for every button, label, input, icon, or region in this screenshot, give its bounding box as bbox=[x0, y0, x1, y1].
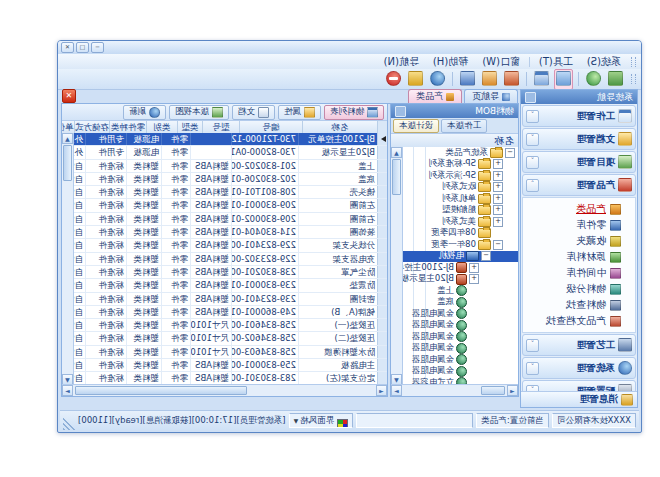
table-cell[interactable]: 塑料ABS bbox=[190, 226, 231, 238]
table-cell[interactable]: 标准件 bbox=[85, 279, 126, 291]
document-tab[interactable]: 导航页 bbox=[464, 89, 518, 103]
table-cell[interactable]: 塑料类 bbox=[126, 213, 161, 225]
table-cell[interactable]: 塑料类 bbox=[126, 332, 161, 344]
plus-expander-icon[interactable]: + bbox=[493, 205, 503, 215]
table-cell[interactable]: 塑料ABS bbox=[190, 239, 231, 251]
sidebar-item[interactable]: 收藏夹 bbox=[523, 233, 635, 249]
table-cell[interactable]: 标准件 bbox=[85, 332, 126, 344]
tree-node[interactable]: − 系统产品类 bbox=[402, 147, 518, 159]
table-cell[interactable]: 标准件 bbox=[85, 160, 126, 172]
table-cell[interactable]: 249-860001-011 bbox=[231, 306, 298, 318]
panel-menu-icon[interactable] bbox=[395, 106, 406, 117]
row-header-cell[interactable] bbox=[377, 239, 387, 251]
table-row[interactable]: 密封圈239-823401-001塑料ABS零件塑料类标准件自制条 bbox=[73, 293, 387, 306]
table-row[interactable]: 压胶垫(一)258-834601-001尺寸1010零件塑料类标准件自制条 bbox=[73, 319, 387, 332]
table-cell[interactable]: 塑料ABS bbox=[190, 199, 231, 211]
table-cell[interactable]: 外购 bbox=[73, 133, 85, 145]
table-cell[interactable]: 充电器支架 bbox=[298, 253, 377, 265]
table-cell[interactable]: 塑料类 bbox=[126, 226, 161, 238]
tree-node[interactable]: + SP-演示系列 bbox=[402, 170, 518, 182]
plus-expander-icon[interactable]: + bbox=[469, 263, 479, 273]
menu-item[interactable]: 系统(S) bbox=[580, 54, 628, 70]
table-cell[interactable]: 零件 bbox=[161, 293, 190, 305]
chevron-icon[interactable]: ˅ bbox=[526, 110, 539, 123]
table-cell[interactable]: 259-830001-001 bbox=[231, 359, 298, 371]
tree-node[interactable]: + BJ20主显示板 bbox=[402, 274, 518, 286]
table-cell[interactable]: 零件 bbox=[161, 199, 190, 211]
table-cell[interactable]: 零件 bbox=[161, 319, 190, 331]
document-tab[interactable]: 产品类 bbox=[408, 89, 462, 103]
table-row[interactable]: 防尘气罩238-830201-001塑料ABS零件塑料类标准件自制条 bbox=[73, 266, 387, 279]
table-cell[interactable]: 229-823401-001 bbox=[231, 239, 298, 251]
table-cell[interactable]: 密封圈 bbox=[298, 293, 377, 305]
table-row[interactable]: 防水塑料薄膜258-834603-001尺寸1010零件塑料类标准件自制条 bbox=[73, 346, 387, 359]
table-toolbar-button[interactable]: 版本视图 bbox=[169, 105, 229, 120]
table-row[interactable]: 分线头支架229-823401-001塑料ABS零件塑料类标准件自制条 bbox=[73, 239, 387, 252]
table-cell[interactable]: 塑料ABS bbox=[190, 266, 231, 278]
table-cell[interactable]: 零件 bbox=[161, 186, 190, 198]
table-cell[interactable]: 尺寸1010 bbox=[190, 332, 231, 344]
toolbar-button[interactable] bbox=[584, 69, 603, 90]
sidebar-item[interactable]: 原材料库 bbox=[523, 249, 635, 265]
toolbar-button[interactable] bbox=[502, 69, 521, 90]
table-horizontal-scrollbar[interactable]: ◄ ► bbox=[62, 384, 387, 396]
table-cell[interactable]: 258-834603-001 bbox=[231, 346, 298, 358]
plus-expander-icon[interactable]: + bbox=[493, 171, 503, 181]
table-cell[interactable]: 214-830404-011 bbox=[231, 226, 298, 238]
table-cell[interactable]: 右前圈 bbox=[298, 213, 377, 225]
table-cell[interactable]: 塑料ABS bbox=[190, 253, 231, 265]
sidebar-item[interactable]: 物料分级 bbox=[523, 281, 635, 297]
table-cell[interactable]: 电源板 bbox=[126, 146, 161, 158]
minus-expander-icon[interactable]: − bbox=[505, 148, 515, 158]
table-cell[interactable]: 装饰圈 bbox=[298, 226, 377, 238]
resize-grip[interactable] bbox=[63, 418, 75, 430]
tree-horizontal-scrollbar[interactable]: ◄ ► bbox=[391, 384, 518, 396]
table-cell[interactable]: 左前圈 bbox=[298, 199, 377, 211]
tree-node[interactable]: 金属电阻器 bbox=[402, 320, 518, 332]
table-cell[interactable]: 自制 bbox=[73, 160, 85, 172]
table-cell[interactable]: 208-801T01-011 bbox=[231, 186, 298, 198]
skin-selector[interactable]: 界面风格▼ bbox=[289, 413, 354, 428]
pin-icon[interactable] bbox=[525, 92, 536, 103]
toolbar-grip[interactable] bbox=[631, 74, 636, 84]
table-cell[interactable]: 塑料ABS bbox=[190, 160, 231, 172]
table-row[interactable]: 装饰圈214-830404-011塑料ABS零件塑料类标准件自制条 bbox=[73, 226, 387, 239]
table-toolbar-button[interactable]: 刷新 bbox=[123, 105, 166, 120]
table-cell[interactable]: 塑料类 bbox=[126, 160, 161, 172]
table-cell[interactable]: 防尘气罩 bbox=[298, 266, 377, 278]
maximize-button[interactable]: □ bbox=[76, 42, 89, 53]
table-cell[interactable]: BJ-2100主控单元 bbox=[298, 133, 377, 145]
tree-node[interactable]: 金属电阻器 bbox=[402, 308, 518, 320]
table-cell[interactable]: 229-823302-001 bbox=[231, 253, 298, 265]
table-cell[interactable]: 730-T21000-121 bbox=[231, 133, 298, 145]
table-row[interactable]: BJ20主显示板730-82000-0A1零件电源板专用件外购块 bbox=[73, 146, 387, 159]
tree-node[interactable]: 上盖 bbox=[402, 285, 518, 297]
table-cell[interactable]: 专用件 bbox=[85, 133, 126, 145]
table-cell[interactable]: 压胶垫(一) bbox=[298, 319, 377, 331]
table-row[interactable]: BJ-2100主控单元730-T21000-121零件电源板专用件外购块 bbox=[73, 133, 387, 146]
toolbar-button[interactable] bbox=[532, 69, 551, 90]
row-header-cell[interactable] bbox=[377, 186, 387, 198]
table-cell[interactable]: 零件 bbox=[161, 332, 190, 344]
table-cell[interactable]: 自制 bbox=[73, 279, 85, 291]
table-cell[interactable]: 零件 bbox=[161, 372, 190, 384]
table-cell[interactable]: 标准件 bbox=[85, 359, 126, 371]
table-cell[interactable]: 零件 bbox=[161, 346, 190, 358]
table-cell[interactable]: 零件 bbox=[161, 226, 190, 238]
table-cell[interactable]: 自制 bbox=[73, 306, 85, 318]
sidebar-item[interactable]: 零件库 bbox=[523, 217, 635, 233]
table-cell[interactable]: 零件 bbox=[161, 279, 190, 291]
table-row[interactable]: 主电路板259-830001-001塑料ABS零件塑料类标准件自制条 bbox=[73, 359, 387, 372]
table-cell[interactable]: 分线头支架 bbox=[298, 239, 377, 251]
table-row[interactable]: 铭牌(A、B)249-860001-011塑料ABS零件塑料类标准件自制条 bbox=[73, 306, 387, 319]
sidebar-item[interactable]: 产品类 bbox=[523, 201, 635, 217]
row-header-cell[interactable] bbox=[377, 319, 387, 331]
scroll-up-icon[interactable]: ▲ bbox=[62, 133, 73, 144]
table-cell[interactable]: 自制 bbox=[73, 319, 85, 331]
table-cell[interactable]: 塑料类 bbox=[126, 239, 161, 251]
table-cell[interactable] bbox=[190, 133, 231, 145]
table-row[interactable]: 底盖202-830206-011塑料ABS零件塑料类标准件自制条 bbox=[73, 173, 387, 186]
table-cell[interactable]: 塑料类 bbox=[126, 372, 161, 384]
tree-node[interactable]: 底盖 bbox=[402, 297, 518, 309]
plus-expander-icon[interactable]: + bbox=[493, 194, 503, 204]
